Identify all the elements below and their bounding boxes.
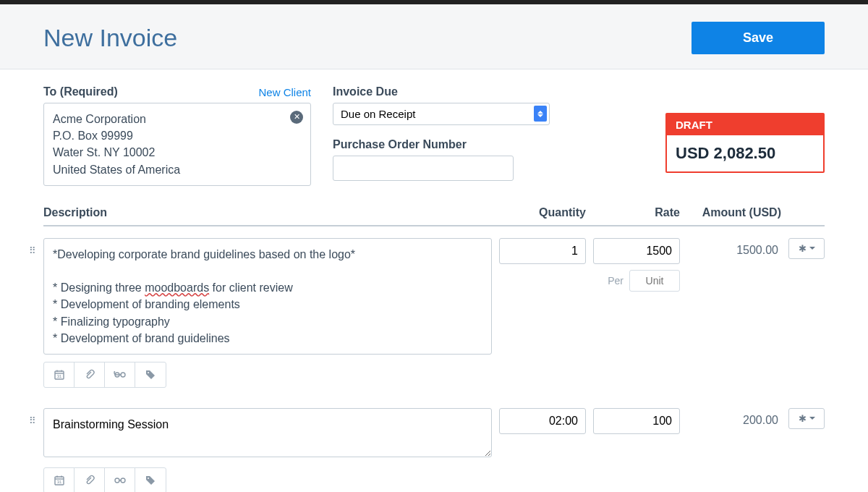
svg-point-8 [148, 372, 149, 373]
col-header-rate: Rate [586, 206, 680, 219]
col-header-description: Description [43, 206, 492, 219]
line-amount: 1500.00 [680, 238, 781, 257]
line-icon-bar: 31 [43, 467, 166, 492]
client-card[interactable]: Acme Corporation P.O. Box 99999 Water St… [43, 103, 311, 186]
svg-text:31: 31 [56, 374, 61, 378]
clear-client-icon[interactable]: ✕ [290, 111, 303, 124]
status-badge: DRAFT [667, 114, 823, 135]
client-country: United States of America [53, 161, 302, 178]
svg-text:31: 31 [56, 480, 61, 484]
client-name: Acme Corporation [53, 111, 302, 127]
client-block: To (Required) New Client Acme Corporatio… [43, 85, 311, 186]
invoice-due-select[interactable] [333, 103, 550, 125]
unit-input[interactable] [629, 270, 680, 292]
invoice-total: USD 2,082.50 [667, 135, 823, 171]
line-rate-input[interactable] [593, 238, 680, 264]
line-actions-button[interactable]: ✱ [788, 408, 825, 429]
line-description-input[interactable]: *Developing corporate brand guidelines b… [43, 238, 492, 355]
total-box: DRAFT USD 2,082.50 [665, 113, 825, 173]
client-address-1: P.O. Box 99999 [53, 127, 302, 144]
invoice-due-label: Invoice Due [333, 85, 644, 98]
per-unit-row: Per [586, 270, 680, 292]
line-description-input[interactable] [43, 408, 492, 457]
col-header-amount: Amount (USD) [680, 206, 781, 219]
line-items-header: Description Quantity Rate Amount (USD) [43, 206, 825, 226]
line-amount: 200.00 [680, 408, 781, 427]
per-label: Per [608, 275, 624, 287]
line-item-row: ⠿ *Developing corporate brand guidelines… [43, 238, 825, 388]
po-input[interactable] [333, 156, 514, 181]
line-rate-input[interactable] [593, 408, 680, 434]
client-address-2: Water St. NY 10002 [53, 144, 302, 161]
invoice-meta-row: To (Required) New Client Acme Corporatio… [43, 85, 825, 186]
page-header: New Invoice Save [0, 4, 868, 69]
tag-icon[interactable] [135, 468, 166, 492]
chevron-down-icon [809, 417, 815, 420]
content-area: To (Required) New Client Acme Corporatio… [0, 69, 868, 492]
line-item-row: ⠿ 31 200.00 ✱ [43, 408, 825, 492]
svg-point-17 [148, 478, 149, 479]
invoice-fields-block: Invoice Due Purchase Order Number [333, 85, 644, 181]
drag-handle-icon[interactable]: ⠿ [29, 415, 38, 426]
po-label: Purchase Order Number [333, 138, 644, 151]
client-label-row: To (Required) New Client [43, 85, 311, 98]
attachment-icon[interactable] [75, 468, 105, 492]
chevron-down-icon [809, 247, 815, 250]
drag-handle-icon[interactable]: ⠿ [29, 245, 38, 256]
line-quantity-input[interactable] [499, 238, 586, 264]
calendar-icon[interactable]: 31 [44, 362, 75, 387]
link-icon[interactable] [105, 468, 135, 492]
save-button[interactable]: Save [692, 22, 825, 54]
link-icon[interactable] [105, 362, 135, 387]
col-header-quantity: Quantity [492, 206, 586, 219]
client-label: To (Required) [43, 85, 118, 98]
gear-icon: ✱ [799, 413, 807, 424]
line-actions-button[interactable]: ✱ [788, 238, 825, 259]
gear-icon: ✱ [799, 243, 807, 254]
line-icon-bar: 31 [43, 362, 166, 388]
calendar-icon[interactable]: 31 [44, 468, 75, 492]
attachment-icon[interactable] [75, 362, 105, 387]
new-client-link[interactable]: New Client [258, 86, 311, 98]
tag-icon[interactable] [135, 362, 166, 387]
page-title: New Invoice [43, 24, 177, 52]
invoice-due-select-wrap [333, 103, 550, 125]
line-quantity-input[interactable] [499, 408, 586, 434]
total-block: DRAFT USD 2,082.50 [665, 85, 825, 173]
